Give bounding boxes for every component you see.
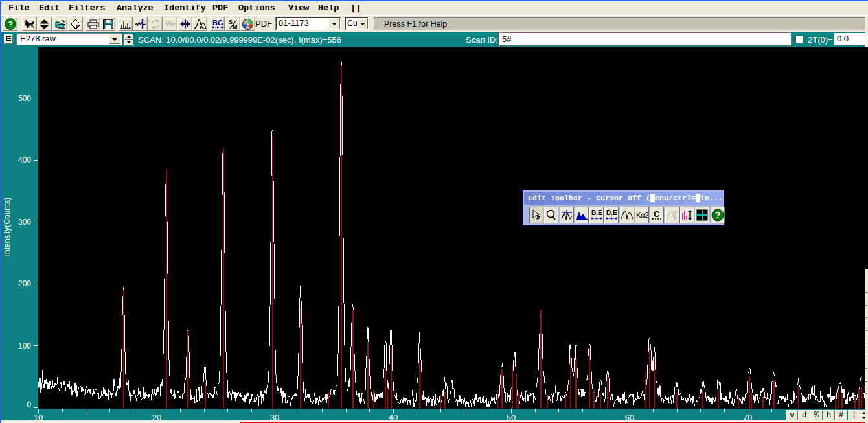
svg-text:?: ? <box>715 210 721 220</box>
svg-text:BG: BG <box>212 19 223 27</box>
svg-text:?: ? <box>8 19 13 29</box>
svg-text:D.E: D.E <box>606 209 617 216</box>
svg-text:z: z <box>537 214 540 222</box>
svg-text:C: C <box>654 209 660 219</box>
svg-text:Kα2: Kα2 <box>636 211 648 219</box>
svg-text:B.E: B.E <box>591 209 602 216</box>
